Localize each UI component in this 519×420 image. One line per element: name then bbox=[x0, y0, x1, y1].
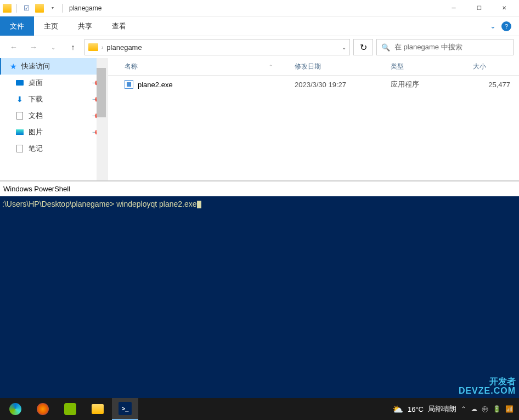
tab-share[interactable]: 共享 bbox=[68, 16, 102, 36]
column-size[interactable]: 大小 bbox=[473, 62, 514, 71]
titlebar: ☑ ▾ planegame ─ ☐ ✕ bbox=[0, 0, 519, 16]
taskbar-powershell[interactable]: >_ bbox=[112, 398, 138, 420]
sidebar-item-documents[interactable]: 文档 📌 bbox=[0, 107, 106, 124]
tray-onedrive-icon[interactable]: ☁ bbox=[471, 405, 477, 413]
taskbar-explorer[interactable] bbox=[84, 398, 111, 420]
window-title: planegame bbox=[69, 4, 101, 12]
file-row[interactable]: plane2.exe 2023/3/30 19:27 应用程序 25,477 bbox=[108, 76, 519, 93]
file-tab[interactable]: 文件 bbox=[0, 16, 34, 36]
taskbar-app[interactable] bbox=[57, 398, 83, 420]
tray-wifi-icon[interactable]: 📶 bbox=[505, 405, 514, 413]
cursor bbox=[197, 201, 201, 208]
folder-icon bbox=[88, 43, 98, 51]
qat-separator bbox=[16, 4, 17, 13]
star-icon: ★ bbox=[10, 62, 17, 71]
file-name: plane2.exe bbox=[138, 81, 173, 89]
sidebar-item-notes[interactable]: 笔记 bbox=[0, 140, 106, 157]
weather-temp[interactable]: 16°C bbox=[408, 405, 424, 413]
navigation-pane: ★ 快速访问 桌面 📌 ⬇ 下载 📌 文档 📌 图片 📌 bbox=[0, 58, 106, 180]
taskbar-firefox[interactable] bbox=[30, 398, 56, 420]
tab-home[interactable]: 主页 bbox=[34, 16, 68, 36]
download-icon: ⬇ bbox=[15, 95, 24, 104]
file-name-cell: plane2.exe bbox=[125, 80, 295, 89]
up-button[interactable]: ↑ bbox=[65, 39, 81, 55]
back-button[interactable]: ← bbox=[5, 39, 22, 55]
sidebar-quick-access[interactable]: ★ 快速访问 bbox=[0, 58, 106, 75]
sidebar-item-label: 文档 bbox=[29, 111, 88, 121]
folder-icon bbox=[35, 3, 44, 13]
column-headers: 名称 ⌃ 修改日期 类型 大小 bbox=[108, 58, 519, 76]
taskbar-edge[interactable] bbox=[2, 398, 29, 420]
search-placeholder: 在 planegame 中搜索 bbox=[394, 42, 462, 52]
tab-view[interactable]: 查看 bbox=[102, 16, 136, 36]
refresh-button[interactable]: ↻ bbox=[353, 39, 373, 55]
search-icon: 🔍 bbox=[381, 43, 390, 52]
window-controls: ─ ☐ ✕ bbox=[441, 0, 517, 16]
column-date[interactable]: 修改日期 bbox=[295, 62, 391, 71]
sidebar-item-label: 图片 bbox=[29, 127, 88, 137]
ribbon-tabs: 文件 主页 共享 查看 ⌄ ? bbox=[0, 16, 519, 36]
pictures-icon bbox=[15, 128, 24, 137]
qat-separator bbox=[62, 4, 63, 13]
watermark: 开发者 DEVZE.COM bbox=[459, 377, 516, 396]
tray-ime-icon[interactable]: ㊥ bbox=[482, 405, 488, 414]
close-button[interactable]: ✕ bbox=[492, 0, 517, 16]
sidebar-item-label: 笔记 bbox=[29, 144, 100, 154]
file-list: 名称 ⌃ 修改日期 类型 大小 plane2.exe 2023/3/30 19:… bbox=[108, 58, 519, 180]
address-bar[interactable]: › planegame ⌄ bbox=[84, 39, 350, 55]
minimize-button[interactable]: ─ bbox=[441, 0, 466, 16]
help-icon[interactable]: ? bbox=[501, 21, 511, 31]
scrollbar[interactable] bbox=[97, 58, 106, 180]
sidebar-item-downloads[interactable]: ⬇ 下载 📌 bbox=[0, 91, 106, 107]
weather-desc[interactable]: 局部晴朗 bbox=[428, 404, 456, 414]
tray-battery-icon[interactable]: 🔋 bbox=[493, 405, 501, 413]
search-input[interactable]: 🔍 在 planegame 中搜索 bbox=[376, 39, 514, 55]
file-date: 2023/3/30 19:27 bbox=[295, 81, 391, 89]
chevron-down-icon[interactable]: ⌄ bbox=[490, 22, 496, 30]
terminal-line: :\Users\HP\Desktop\planegame> windeployq… bbox=[2, 200, 517, 208]
sidebar-item-label: 快速访问 bbox=[21, 61, 100, 71]
explorer-window: ☑ ▾ planegame ─ ☐ ✕ 文件 主页 共享 查看 ⌄ ? ← → … bbox=[0, 0, 519, 181]
sort-indicator-icon: ⌃ bbox=[269, 64, 273, 69]
desktop-icon bbox=[15, 78, 24, 87]
file-type: 应用程序 bbox=[391, 80, 473, 89]
sidebar-item-desktop[interactable]: 桌面 📌 bbox=[0, 75, 106, 91]
firefox-icon bbox=[37, 403, 49, 415]
content-area: ★ 快速访问 桌面 📌 ⬇ 下载 📌 文档 📌 图片 📌 bbox=[0, 58, 519, 180]
app-icon bbox=[64, 403, 76, 415]
recent-dropdown[interactable]: ⌄ bbox=[45, 39, 61, 55]
powershell-terminal[interactable]: :\Users\HP\Desktop\planegame> windeployq… bbox=[0, 196, 519, 398]
folder-icon bbox=[92, 404, 104, 414]
chevron-right-icon: › bbox=[101, 44, 103, 50]
weather-icon: ⛅ bbox=[392, 404, 403, 415]
check-icon[interactable]: ☑ bbox=[21, 3, 31, 13]
ribbon-right: ⌄ ? bbox=[490, 16, 519, 36]
qat-dropdown-icon[interactable]: ▾ bbox=[48, 3, 58, 13]
command-text: windeployqt plane2.exe bbox=[116, 200, 196, 208]
address-row: ← → ⌄ ↑ › planegame ⌄ ↻ 🔍 在 planegame 中搜… bbox=[0, 36, 519, 58]
notes-icon bbox=[15, 144, 24, 153]
tray-chevron-icon[interactable]: ⌃ bbox=[461, 405, 466, 413]
taskbar: >_ ⛅ 16°C 局部晴朗 ⌃ ☁ ㊥ 🔋 📶 bbox=[0, 398, 519, 420]
exe-icon bbox=[125, 80, 133, 89]
file-size: 25,477 bbox=[473, 81, 514, 89]
document-icon bbox=[15, 111, 24, 120]
folder-icon bbox=[2, 3, 12, 13]
sidebar-item-label: 桌面 bbox=[29, 78, 88, 88]
edge-icon bbox=[9, 403, 21, 415]
titlebar-left: ☑ ▾ planegame bbox=[2, 3, 441, 13]
sidebar-item-pictures[interactable]: 图片 📌 bbox=[0, 124, 106, 140]
forward-button[interactable]: → bbox=[25, 39, 42, 55]
powershell-icon: >_ bbox=[119, 402, 132, 415]
sidebar-item-label: 下载 bbox=[29, 94, 88, 104]
maximize-button[interactable]: ☐ bbox=[466, 0, 492, 16]
system-tray: ⛅ 16°C 局部晴朗 ⌃ ☁ ㊥ 🔋 📶 bbox=[392, 404, 517, 415]
prompt-path: :\Users\HP\Desktop\planegame> bbox=[2, 200, 116, 208]
powershell-titlebar: Windows PowerShell bbox=[0, 181, 519, 196]
column-type[interactable]: 类型 bbox=[391, 62, 473, 71]
column-name[interactable]: 名称 ⌃ bbox=[125, 62, 295, 71]
address-path: planegame bbox=[106, 43, 142, 52]
scrollbar-thumb[interactable] bbox=[97, 68, 106, 117]
address-dropdown-icon[interactable]: ⌄ bbox=[342, 44, 346, 50]
